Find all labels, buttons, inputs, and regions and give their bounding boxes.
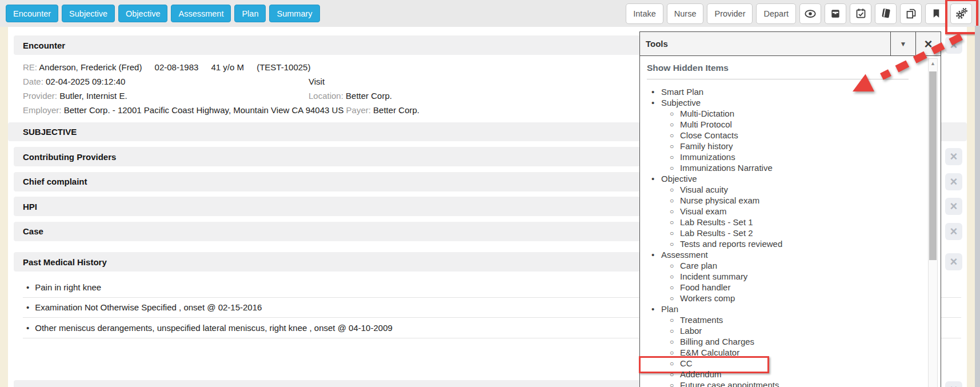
patient-dob: 02-08-1983 [155, 62, 199, 72]
tools-panel: Tools ▼ × Show Hidden Items Smart PlanSu… [639, 31, 941, 387]
hidden-item-workers-comp[interactable]: Workers comp [647, 293, 918, 304]
archive-icon[interactable] [825, 3, 846, 24]
nav-button-plan[interactable]: Plan [234, 5, 266, 22]
stage-button-group: IntakeNurseProviderDepart [626, 3, 796, 24]
hidden-item-multi-dictation[interactable]: Multi-Dictation [647, 108, 918, 119]
hidden-item-smart-plan[interactable]: Smart Plan [647, 86, 918, 97]
payer-value: Better Corp. [373, 105, 419, 115]
hidden-item-immunizations[interactable]: Immunizations [647, 151, 918, 162]
visit-type: Visit [309, 74, 325, 89]
hidden-item-billing-and-charges[interactable]: Billing and Charges [647, 336, 918, 347]
hidden-item-tests-and-reports-reviewed[interactable]: Tests and reports reviewed [647, 238, 918, 249]
nav-button-encounter[interactable]: Encounter [6, 5, 58, 22]
stage-button-nurse[interactable]: Nurse [667, 3, 704, 24]
scrollbar-thumb[interactable] [929, 71, 937, 260]
nav-button-subjective[interactable]: Subjective [62, 5, 115, 22]
show-hidden-items-heading: Show Hidden Items [647, 63, 918, 73]
hidden-item-multi-protocol[interactable]: Multi Protocol [647, 119, 918, 130]
section-title-subjective: SUBJECTIVE [23, 127, 77, 137]
nav-button-summary[interactable]: Summary [269, 5, 319, 22]
close-icon: × [924, 37, 932, 51]
tools-panel-title: Tools [640, 32, 890, 55]
close-icon[interactable] [945, 253, 962, 270]
section-title-past-procedures: Past procedures [23, 385, 90, 387]
eye-icon[interactable] [799, 3, 821, 24]
chevron-down-icon: ▼ [900, 40, 907, 48]
section-title-pmh: Past Medical History [23, 257, 107, 267]
provider-label: Provider: [23, 91, 57, 101]
close-icon[interactable] [945, 198, 962, 215]
provider-value: Butler, Internist E. [59, 91, 127, 101]
toolbar-right-group: IntakeNurseProviderDepart [626, 3, 972, 24]
scroll-up-icon[interactable]: ▲ [929, 61, 937, 66]
nav-button-assessment[interactable]: Assessment [171, 5, 231, 22]
stage-button-depart[interactable]: Depart [756, 3, 796, 24]
re-label: RE: [23, 62, 37, 72]
calendar-check-icon[interactable] [850, 3, 871, 24]
date-label: Date: [23, 77, 43, 86]
hidden-item-treatments[interactable]: Treatments [647, 314, 918, 325]
patient-id: (TEST-10025) [257, 62, 310, 72]
close-icon[interactable] [945, 37, 962, 54]
settings-gears-icon[interactable] [950, 3, 972, 24]
payer-label: Payer: [346, 105, 371, 115]
nav-button-group: EncounterSubjectiveObjectiveAssessmentPl… [6, 5, 320, 22]
hidden-item-assessment[interactable]: Assessment [647, 249, 918, 260]
hidden-item-visual-exam[interactable]: Visual exam [647, 206, 918, 217]
hidden-item-future-case-appointments[interactable]: Future case appointments [647, 380, 918, 387]
hidden-item-lab-results-set-2[interactable]: Lab Results - Set 2 [647, 228, 918, 238]
hidden-item-visual-acuity[interactable]: Visual acuity [647, 184, 918, 195]
stage-button-intake[interactable]: Intake [626, 3, 663, 24]
close-icon[interactable] [945, 223, 962, 240]
patient-age-sex: 41 y/o M [211, 62, 245, 72]
hidden-item-close-contacts[interactable]: Close Contacts [647, 130, 918, 141]
tools-panel-collapse-button[interactable]: ▼ [890, 32, 915, 55]
book-icon[interactable] [875, 3, 897, 24]
hidden-item-food-handler[interactable]: Food handler [647, 282, 918, 293]
hidden-item-nurse-physical-exam[interactable]: Nurse physical exam [647, 195, 918, 206]
employer-value: Better Corp. - 12001 Pacific Coast Highw… [64, 105, 344, 115]
hidden-item-e-m-calculator[interactable]: E&M Calculator [647, 347, 918, 358]
hidden-item-incident-summary[interactable]: Incident summary [647, 271, 918, 282]
date-value: 02-04-2025 09:12:40 [46, 77, 125, 86]
section-title-encounter: Encounter [23, 41, 65, 50]
bookmark-icon[interactable] [925, 3, 947, 24]
hidden-item-addendum[interactable]: Addendum [647, 369, 918, 380]
close-icon[interactable] [945, 381, 962, 387]
tools-panel-scrollbar[interactable]: ▲ [928, 58, 938, 387]
location-label: Location: [309, 91, 343, 101]
tools-panel-header: Tools ▼ × [640, 32, 941, 56]
hidden-item-labor[interactable]: Labor [647, 325, 918, 336]
hidden-item-subjective[interactable]: Subjective [647, 97, 918, 108]
patient-name: Anderson, Frederick (Fred) [39, 62, 142, 72]
location-group: Location: Better Corp. [309, 89, 392, 103]
nav-button-objective[interactable]: Objective [118, 5, 167, 22]
tools-panel-body: Show Hidden Items Smart PlanSubjectiveMu… [640, 56, 941, 387]
heading-divider [647, 79, 909, 79]
page-vertical-scrollbar[interactable] [975, 26, 980, 387]
close-icon[interactable] [945, 148, 962, 165]
hidden-item-objective[interactable]: Objective [647, 173, 918, 184]
settings-gear-wrap [950, 3, 972, 24]
hidden-item-immunizations-narrative[interactable]: Immunizations Narrative [647, 162, 918, 173]
location-value: Better Corp. [346, 91, 392, 101]
hidden-item-care-plan[interactable]: Care plan [647, 260, 918, 271]
employer-label: Employer: [23, 105, 62, 115]
top-toolbar: EncounterSubjectiveObjectiveAssessmentPl… [0, 0, 980, 27]
hidden-item-cc[interactable]: CC [647, 358, 918, 369]
close-icon[interactable] [945, 173, 962, 190]
stage-button-provider[interactable]: Provider [707, 3, 753, 24]
hidden-items-list: Smart PlanSubjectiveMulti-DictationMulti… [647, 86, 918, 387]
hidden-item-lab-results-set-1[interactable]: Lab Results - Set 1 [647, 217, 918, 228]
copy-icon[interactable] [900, 3, 922, 24]
tools-panel-close-button[interactable]: × [915, 32, 941, 55]
hidden-item-plan[interactable]: Plan [647, 304, 918, 314]
hidden-item-family-history[interactable]: Family history [647, 141, 918, 151]
